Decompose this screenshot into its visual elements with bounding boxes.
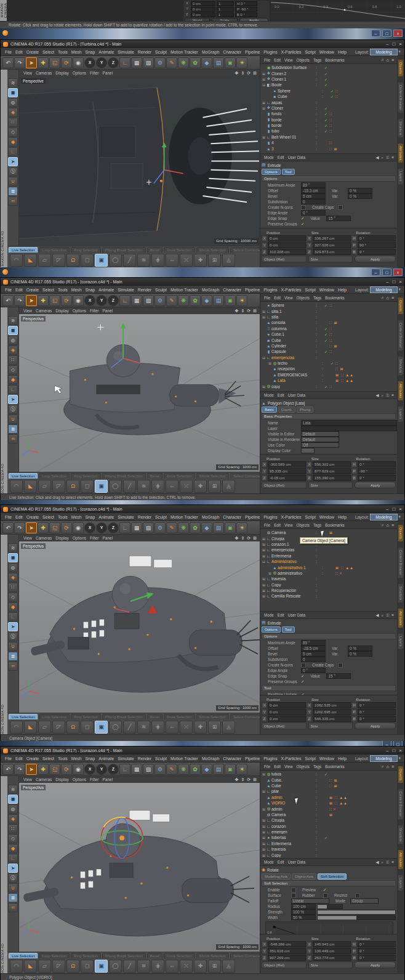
lock-x-icon[interactable]: X	[84, 764, 95, 775]
viewport-menu-item[interactable]: Filter	[88, 309, 100, 313]
object-label[interactable]: Copy	[271, 583, 316, 587]
app-logo-icon[interactable]	[2, 30, 8, 36]
menu-item[interactable]: Render	[136, 50, 153, 54]
visibility-dots-icon[interactable]: ⁚	[316, 812, 324, 817]
menu-item[interactable]: MoGraph	[200, 756, 221, 761]
coord-mode-dropdown[interactable]: Object (Rel)	[262, 482, 307, 488]
home-icon[interactable]: ⌂	[385, 764, 390, 769]
scale-icon[interactable]: ◱	[49, 57, 60, 68]
viewport-3d[interactable]: Perspectiva	[19, 541, 260, 713]
lock-icon[interactable]: ⚿	[385, 155, 390, 160]
object-row[interactable]: ▲ EMERGENCIAS ⁚ ⊠ ∷ ▲▲	[260, 372, 397, 378]
visibility-dots-icon[interactable]: ⁚	[316, 338, 324, 342]
visibility-dots-icon[interactable]: ⁚	[316, 332, 324, 336]
modeling-tool-icon[interactable]: ◸	[52, 480, 65, 493]
expander-icon[interactable]: ⊞	[262, 841, 266, 846]
selection-tab[interactable]: Loop Selection	[39, 473, 70, 479]
coord-size-dropdown[interactable]: Size	[308, 256, 353, 262]
om-menu-item[interactable]: Objects	[295, 764, 311, 769]
falloff-dropdown[interactable]: Linear	[291, 898, 329, 904]
bevel-field[interactable]: 5 cm	[301, 651, 326, 657]
material-icon[interactable]: ✎	[166, 57, 177, 68]
object-row[interactable]: ▮ 4 ⁚ ∷	[260, 140, 397, 145]
selection-tab[interactable]: Grow Selection	[164, 953, 195, 958]
bridge-tool-icon[interactable]: Ω	[66, 721, 79, 734]
menu-item[interactable]: Window	[318, 756, 336, 761]
light-icon[interactable]: ☀	[236, 295, 247, 306]
undo-icon[interactable]: ↶	[2, 522, 14, 533]
viewport-menu-item[interactable]: Display	[54, 309, 70, 313]
preserve-groups-check-icon[interactable]: ✓	[301, 222, 304, 227]
object-row[interactable]: ⊞ ∟ silla ⁚	[260, 314, 397, 320]
modeling-tool-icon[interactable]: ≋	[137, 960, 150, 973]
visibility-dots-icon[interactable]: ⁚	[316, 847, 324, 851]
object-label[interactable]: Administrativo	[271, 559, 316, 564]
viewport-menu-item[interactable]: Cameras	[34, 71, 54, 75]
polygons-mode-icon[interactable]: ◆	[8, 844, 18, 853]
last-tool-icon[interactable]: ◉	[73, 295, 84, 306]
expander-icon[interactable]: ⊞	[262, 309, 266, 314]
modeling-tool-icon[interactable]: ◬	[222, 254, 235, 267]
model-mode-icon[interactable]: ◼	[8, 326, 18, 335]
enabled-check-icon[interactable]: ✓	[324, 111, 329, 116]
object-label[interactable]: Camera	[271, 530, 316, 535]
visibility-dots-icon[interactable]: ⁚	[316, 807, 324, 811]
maximum-angle-field[interactable]: 89 °	[301, 640, 326, 646]
om-menu-item[interactable]: Tags	[311, 764, 323, 769]
layer-field[interactable]	[301, 426, 397, 431]
layout-dropdown[interactable]: Modeling	[370, 755, 397, 762]
visibility-dots-icon[interactable]: ⁚	[316, 135, 324, 139]
object-tags[interactable]: ⊠ ∷ ▲▲	[329, 801, 348, 805]
enabled-check-icon[interactable]: ✓	[324, 129, 329, 133]
om-menu-item[interactable]: Bookmarks	[323, 764, 347, 769]
magnet-icon[interactable]: ∪	[8, 642, 18, 651]
uv-mode-icon[interactable]: ◈	[8, 108, 18, 117]
section-header[interactable]: Tool	[262, 685, 396, 691]
object-label[interactable]: administrativo.1	[278, 565, 322, 570]
menu-item[interactable]: Animate	[97, 756, 116, 761]
tab-objects[interactable]: Objects	[398, 525, 403, 541]
selection-tab[interactable]: Select Connected	[230, 714, 260, 719]
create-caps-checkbox[interactable]	[338, 205, 343, 210]
menu-item[interactable]: Snap	[83, 50, 97, 54]
redo-icon[interactable]: ↷	[14, 522, 25, 533]
modeling-tool-icon[interactable]: ◸	[52, 960, 65, 973]
menu-item[interactable]: Simulate	[116, 515, 135, 519]
enabled-check-icon[interactable]: ✓	[324, 65, 329, 70]
maximize-button[interactable]: □	[382, 30, 391, 37]
menu-item[interactable]: Pipeline	[243, 756, 262, 761]
coord-size-dropdown[interactable]: Size	[308, 962, 353, 968]
om-menu-item[interactable]: Objects	[295, 296, 311, 300]
menu-item[interactable]: Plugins	[262, 50, 279, 54]
render-view-icon[interactable]: ▦	[131, 764, 142, 775]
chevron-down-icon[interactable]: ▾	[399, 756, 401, 761]
om-menu-item[interactable]: Edit	[272, 296, 283, 300]
menu-item[interactable]: Character	[221, 288, 243, 292]
tab-attributes[interactable]: Attributes	[398, 850, 403, 869]
menu-item[interactable]: Render	[136, 288, 153, 292]
object-label[interactable]: consola	[271, 320, 316, 325]
menu-item[interactable]: MoGraph	[200, 288, 221, 292]
om-menu-item[interactable]: View	[283, 523, 295, 527]
viewport-menu-item[interactable]: View	[22, 71, 34, 75]
edge-angle-field[interactable]: 0 °	[301, 668, 326, 673]
object-label[interactable]: borde	[271, 118, 316, 122]
tab-objects[interactable]: Objects	[398, 60, 403, 76]
om-menu-item[interactable]: Objects	[295, 523, 311, 527]
viewport-menu-item[interactable]: Filter	[88, 777, 100, 782]
simulate-icon[interactable]: ◆	[201, 295, 212, 306]
live-selection-icon[interactable]: ➤	[26, 522, 37, 533]
selection-tab[interactable]: Bevel	[147, 473, 162, 479]
object-tags[interactable]: ∷	[329, 303, 332, 307]
toggle-view-icon[interactable]: ⊞	[252, 71, 258, 76]
visibility-dots-icon[interactable]: ⁚	[322, 373, 331, 377]
modeling-tool-icon[interactable]: ◬	[222, 480, 235, 493]
menu-item[interactable]: Edit	[14, 756, 25, 761]
object-label[interactable]: admin	[271, 807, 316, 811]
viewport-menu-item[interactable]: Options	[71, 536, 88, 540]
selection-tab[interactable]: Phong Break Selection	[102, 953, 146, 958]
object-row[interactable]: ▲ Lata ⁚ ⊠ ∷ ▲▲	[260, 378, 397, 383]
back-arrow-icon[interactable]: ◀	[375, 613, 380, 618]
object-tags[interactable]: ∷ ⊠	[329, 320, 338, 325]
menu-item[interactable]: Create	[25, 288, 41, 292]
